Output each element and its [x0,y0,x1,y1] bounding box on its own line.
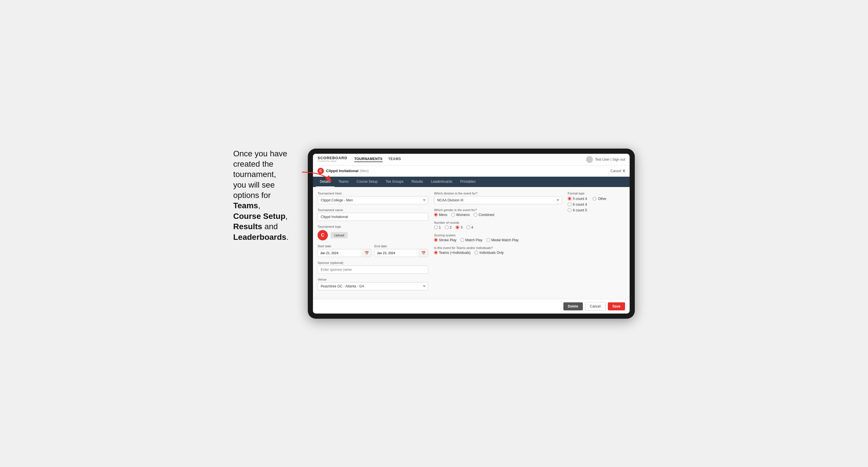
format-options: 5 count 4 Other [568,197,625,212]
name-input[interactable] [317,213,428,221]
rounds-radio-group: 1 2 3 4 [434,225,562,229]
start-date-input[interactable] [318,250,362,256]
tab-printables[interactable]: Printables [456,177,479,187]
nav-tournaments[interactable]: TOURNAMENTS [354,157,383,162]
logo-label: Tournament logo [317,225,428,228]
scoring-radio-group: Stroke Play Match Play Medal Match Play [434,238,562,242]
avatar [586,156,593,163]
annotation-line5: options for [233,191,271,200]
scoring-label: Scoring system [434,234,562,237]
logo-upload-area: C Upload [317,230,428,240]
tab-teams[interactable]: Teams [335,177,352,187]
teams-radio-group: Teams (+Individuals) Individuals Only [434,251,562,255]
venue-field-group: Venue Peachtree GC - Atlanta - GA [317,278,428,290]
venue-label: Venue [317,278,428,281]
scoring-medal-match[interactable]: Medal Match Play [487,238,519,242]
tablet-screen: SCOREBOARD Powered by clippd TOURNAMENTS… [313,154,630,314]
end-date-group: End date 📅 [374,244,428,257]
tab-results[interactable]: Results [407,177,427,187]
format-other-label: Other [598,197,607,201]
tournament-subtitle: (Men) [360,169,369,173]
cancel-button[interactable]: Cancel [585,302,606,311]
nav-links: TOURNAMENTS TEAMS [354,157,579,162]
format-row-2: 6 count 4 [568,203,625,207]
rounds-1[interactable]: 1 [434,225,441,229]
format-5count4-label: 5 count 4 [573,197,587,201]
individuals-only[interactable]: Individuals Only [474,251,504,255]
format-6count4[interactable]: 6 count 4 [568,203,587,207]
logo-sub: Powered by clippd [317,160,347,163]
host-select[interactable]: Clippd College - Men [317,196,428,204]
sponsor-input[interactable] [317,266,428,274]
annotation-leaderboards: Leaderboards [233,232,286,242]
end-date-icon[interactable]: 📅 [419,249,428,257]
format-6count5[interactable]: 6 count 5 [568,208,587,212]
sponsor-label: Sponsor (optional) [317,261,428,264]
format-row-3: 6 count 5 [568,208,625,212]
nav-teams[interactable]: TEAMS [389,157,401,162]
footer-area: Delete Cancel Save [313,299,630,314]
teams-field-group: Is this event for Teams and/or Individua… [434,246,562,255]
format-6count4-label: 6 count 4 [573,203,587,207]
gender-womens[interactable]: Womens [451,213,470,217]
dates-row: Start date 📅 End date 📅 [317,244,428,261]
format-5count4[interactable]: 5 count 4 [568,197,587,201]
user-info[interactable]: Test User | Sign out [595,157,625,161]
sponsor-field-group: Sponsor (optional) [317,261,428,274]
format-6count5-label: 6 count 5 [573,208,587,212]
start-date-group: Start date 📅 [317,244,371,257]
annotation-line2: created the [233,159,273,168]
right-column: Format type 5 count 4 Other [568,192,625,294]
logo: SCOREBOARD Powered by clippd [317,156,347,163]
user-area: Test User | Sign out [586,156,625,163]
annotation-line4: you will see [233,181,275,189]
end-date-input[interactable] [375,250,419,256]
scoring-stroke[interactable]: Stroke Play [434,238,456,242]
rounds-label: Number of rounds [434,221,562,224]
format-section: Format type 5 count 4 Other [568,192,625,212]
cancel-top-button[interactable]: Cancel X [611,169,625,173]
tab-leaderboards[interactable]: Leaderboards [427,177,456,187]
save-button[interactable]: Save [608,302,625,310]
arrow-annotation [299,169,334,186]
start-date-icon[interactable]: 📅 [362,249,371,257]
annotation-line1: Once you have [233,149,287,158]
annotation-teams: Teams [233,201,258,210]
division-field-group: Which division is the event for? NCAA Di… [434,192,562,204]
format-other[interactable]: Other [593,197,607,201]
logo-field-group: Tournament logo C Upload [317,225,428,240]
logo-circle: C [317,230,328,240]
start-date-label: Start date [317,244,371,248]
content-area: Tournament Host Clippd College - Men Tou… [313,187,630,299]
scoring-match[interactable]: Match Play [460,238,482,242]
middle-column: Which division is the event for? NCAA Di… [434,192,562,294]
end-date-field: 📅 [374,249,428,257]
gender-label: Which gender is the event for? [434,208,562,212]
gender-mens[interactable]: Mens [434,213,447,217]
upload-button[interactable]: Upload [331,232,348,238]
tournament-header: C Clippd Invitational (Men) Cancel X [313,165,630,177]
division-label: Which division is the event for? [434,192,562,195]
teams-plus-individuals[interactable]: Teams (+Individuals) [434,251,470,255]
end-date-label: End date [374,244,428,248]
venue-select[interactable]: Peachtree GC - Atlanta - GA [317,282,428,290]
annotation-course-setup: Course Setup [233,212,285,221]
gender-field-group: Which gender is the event for? Mens Wome… [434,208,562,217]
rounds-3[interactable]: 3 [456,225,462,229]
tab-course-setup[interactable]: Course Setup [352,177,381,187]
tab-tee-groups[interactable]: Tee Groups [381,177,407,187]
scoring-field-group: Scoring system Stroke Play Match Play Me… [434,234,562,242]
rounds-field-group: Number of rounds 1 2 3 [434,221,562,229]
start-date-field: 📅 [317,249,371,257]
delete-button[interactable]: Delete [563,302,583,310]
gender-radio-group: Mens Womens Combined [434,213,562,217]
teams-label: Is this event for Teams and/or Individua… [434,246,562,250]
tabs-bar: Details Teams Course Setup Tee Groups Re… [313,177,630,187]
rounds-4[interactable]: 4 [466,225,473,229]
gender-combined[interactable]: Combined [473,213,494,217]
format-label: Format type [568,192,625,195]
annotation-block: Once you have created the tournament, yo… [233,149,296,243]
host-field-group: Tournament Host Clippd College - Men [317,192,428,204]
rounds-2[interactable]: 2 [445,225,452,229]
division-select[interactable]: NCAA Division III [434,196,562,204]
